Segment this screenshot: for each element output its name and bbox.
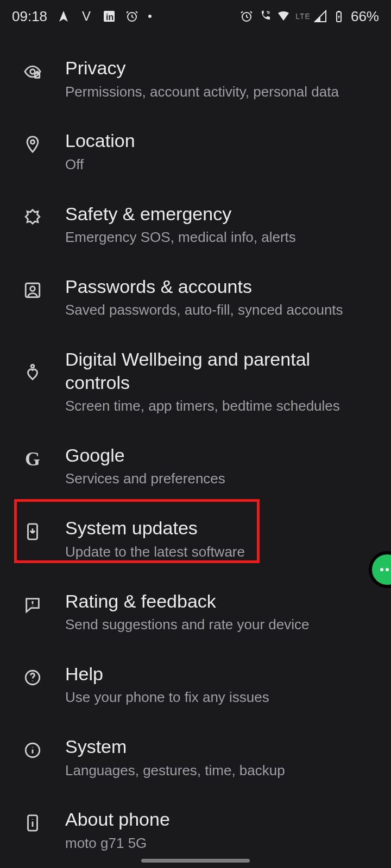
settings-item-help[interactable]: Help Use your phone to fix any issues [0,648,391,721]
svg-point-11 [31,365,34,368]
letter-v-icon: V [80,10,93,23]
signal-icon [314,10,327,23]
network-type: LTE [295,12,311,21]
location-icon [22,133,43,155]
settings-item-about[interactable]: About phone moto g71 5G [0,794,391,866]
setting-title: Help [65,662,375,686]
wellbeing-icon [22,361,43,382]
setting-title: System [65,735,375,758]
setting-subtitle: moto g71 5G [65,834,375,853]
setting-subtitle: Saved passwords, auto-fill, synced accou… [65,301,375,320]
setting-subtitle: Services and preferences [65,470,375,488]
setting-subtitle: Permissions, account activity, personal … [65,83,375,101]
alarm-icon [125,10,138,23]
settings-item-passwords[interactable]: Passwords & accounts Saved passwords, au… [0,261,391,334]
setting-subtitle: Update to the latest software [65,543,375,561]
setting-title: Privacy [65,56,375,80]
setting-subtitle: Screen time, app timers, bedtime schedul… [65,397,375,416]
settings-item-wellbeing[interactable]: Digital Wellbeing and parental controls … [0,334,391,430]
battery-icon [332,10,345,23]
feedback-icon [22,594,43,616]
status-time: 09:18 [12,8,47,25]
wifi-icon [277,10,290,23]
medical-icon [22,207,43,228]
about-phone-icon [22,812,43,834]
setting-title: Digital Wellbeing and parental controls [65,348,375,394]
system-update-icon [22,521,43,542]
setting-subtitle: Use your phone to fix any issues [65,688,375,707]
settings-item-location[interactable]: Location Off [0,115,391,188]
settings-item-rating[interactable]: Rating & feedback Send suggestions and r… [0,576,391,648]
settings-list: Privacy Permissions, account activity, p… [0,33,391,867]
setting-title: About phone [65,808,375,831]
more-icon [380,568,391,571]
svg-text:in: in [106,12,113,22]
status-bar: 09:18 V in LTE 66% [0,0,391,33]
svg-point-8 [30,141,34,144]
google-icon: G [22,448,43,470]
status-left: 09:18 V in [12,8,152,25]
settings-item-google[interactable]: G Google Services and preferences [0,430,391,502]
linkedin-icon: in [103,10,116,23]
svg-point-6 [30,69,35,74]
setting-title: Passwords & accounts [65,275,375,298]
setting-subtitle: Languages, gestures, time, backup [65,762,375,780]
info-icon [22,739,43,761]
account-box-icon [22,279,43,301]
home-indicator[interactable] [141,859,250,863]
setting-title: Google [65,444,375,467]
svg-point-10 [30,286,35,291]
settings-item-safety[interactable]: Safety & emergency Emergency SOS, medica… [0,188,391,261]
privacy-icon [22,61,43,82]
setting-title: System updates [65,516,375,540]
wifi-calling-icon [258,10,272,23]
send-icon [57,10,70,23]
alarm-icon [240,10,253,23]
svg-rect-5 [338,11,340,12]
settings-item-system[interactable]: System Languages, gestures, time, backup [0,721,391,794]
setting-subtitle: Send suggestions and rate your device [65,616,375,634]
setting-title: Location [65,129,375,152]
more-indicator-icon [148,15,152,18]
setting-subtitle: Emergency SOS, medical info, alerts [65,228,375,247]
settings-item-system-updates[interactable]: System updates Update to the latest soft… [0,502,391,575]
setting-title: Safety & emergency [65,202,375,226]
status-right: LTE 66% [240,8,379,25]
settings-item-privacy[interactable]: Privacy Permissions, account activity, p… [0,42,391,115]
help-icon [22,667,43,688]
setting-subtitle: Off [65,156,375,174]
battery-percent: 66% [351,8,379,25]
setting-title: Rating & feedback [65,590,375,613]
